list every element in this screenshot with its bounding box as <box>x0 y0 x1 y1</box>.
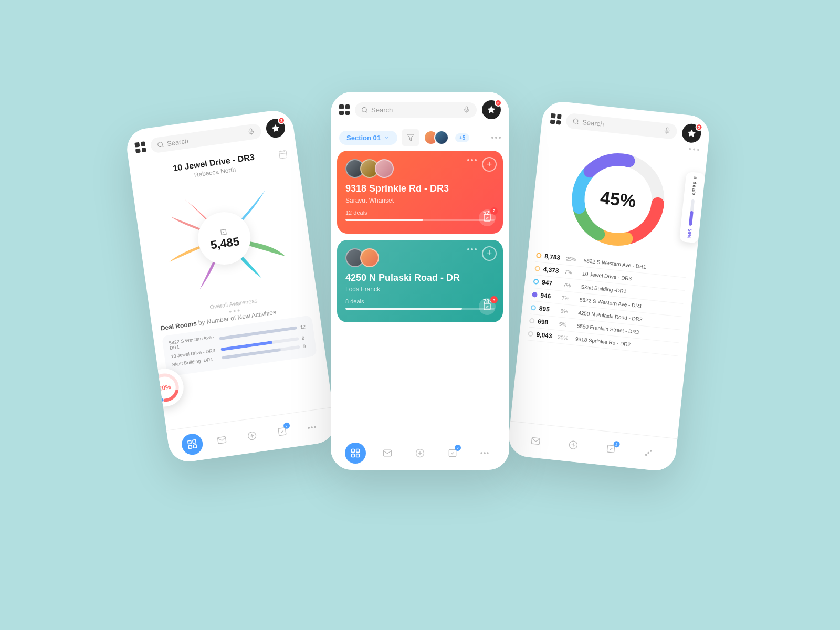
svg-rect-28 <box>351 449 354 453</box>
grid-icon[interactable] <box>134 141 146 153</box>
svg-rect-29 <box>356 449 359 453</box>
notification-dot-right: 2 <box>695 123 703 131</box>
grid-icon-right[interactable] <box>550 113 562 125</box>
svg-rect-31 <box>356 454 359 457</box>
card-progress-row-1: 12 deals 52% <box>345 209 495 216</box>
section-pill-text: Section 01 <box>346 134 381 142</box>
svg-rect-7 <box>188 440 192 444</box>
donut-chart-right: 45% 5 deals 56% <box>550 141 687 258</box>
nav-dots-left[interactable] <box>300 416 324 439</box>
data-dot-4 <box>532 292 538 298</box>
card-task-badge-2[interactable]: 5 <box>479 298 496 315</box>
card-subtitle-1: Saravut Whanset <box>345 197 495 204</box>
card-progress-track-1 <box>345 219 495 221</box>
svg-marker-25 <box>407 134 414 141</box>
avatar-right[interactable]: 2 <box>681 123 702 144</box>
progress-fill-right <box>689 211 694 225</box>
card-dots-2[interactable] <box>467 248 477 250</box>
search-text-center: Search <box>371 106 460 114</box>
svg-line-6 <box>279 153 286 154</box>
nav-task-center[interactable]: 2 <box>442 443 463 464</box>
progress-pct-right: 56% <box>686 228 692 238</box>
svg-point-56 <box>650 450 652 452</box>
data-dot-6 <box>529 318 535 324</box>
task-num-2: 5 <box>490 296 498 303</box>
card-avatar-1c <box>375 159 394 178</box>
card-deals-1: 12 deals <box>345 209 368 216</box>
card-title-1: 9318 Sprinkle Rd - DR3 <box>345 183 495 195</box>
card-progress-fill-2 <box>345 308 462 310</box>
nav-message-right[interactable] <box>524 429 547 453</box>
avatars-group <box>424 130 449 145</box>
search-bar-right[interactable]: Search <box>565 112 678 139</box>
card-task-badge-1[interactable]: 2 <box>479 209 496 226</box>
card-plus-2[interactable]: + <box>482 246 497 261</box>
bottom-nav-center: 2 <box>331 436 509 470</box>
svg-point-37 <box>481 453 482 454</box>
svg-rect-23 <box>466 107 468 110</box>
card-dots-1[interactable] <box>467 159 477 161</box>
section-pill[interactable]: Section 01 <box>339 131 397 145</box>
svg-line-52 <box>572 445 575 445</box>
search-icon-center <box>361 107 368 113</box>
svg-point-0 <box>158 142 163 147</box>
card-progress-track-2 <box>345 308 495 310</box>
data-dot-5 <box>530 305 536 311</box>
scene: Search 2 10 Jewel Drive - DR3 Rebecca No… <box>131 66 709 564</box>
nav-chart-center[interactable] <box>345 443 366 464</box>
five-deals-badge: 5 deals 56% <box>679 171 706 243</box>
svg-point-55 <box>648 452 649 454</box>
mic-icon-center <box>463 106 470 113</box>
flower-chart: ⊡ 5,485 <box>149 172 300 305</box>
svg-rect-3 <box>279 151 287 159</box>
grid-icon-center[interactable] <box>339 104 350 115</box>
data-dot-3 <box>533 279 539 285</box>
bottom-nav-left: 2 <box>166 407 338 464</box>
nav-dots-center[interactable] <box>474 443 495 464</box>
filter-btn[interactable] <box>402 129 419 146</box>
mini-avatar-2 <box>434 130 449 145</box>
svg-rect-1 <box>250 129 252 132</box>
phone-center: Search 2 Section 01 +5 <box>331 92 509 470</box>
phone-right: Search 2 <box>507 100 711 472</box>
search-bar-center[interactable]: Search <box>355 102 477 118</box>
deal-card-2[interactable]: + 4250 N Pulaski Road - DR Lods Franck 8… <box>337 240 503 323</box>
search-text-left: Search <box>166 129 245 148</box>
deal-card-1[interactable]: + 9318 Sprinkle Rd - DR3 Saravut Whanset… <box>337 151 503 234</box>
calendar-icon[interactable] <box>278 149 289 162</box>
avatar-center[interactable]: 2 <box>482 100 501 119</box>
bottom-nav-right: 2 <box>507 421 677 472</box>
svg-point-17 <box>311 427 313 428</box>
svg-rect-8 <box>193 440 196 444</box>
search-icon <box>156 141 164 149</box>
notification-dot-center: 2 <box>495 99 502 107</box>
data-dot-2 <box>534 266 540 271</box>
task-badge-right: 2 <box>613 441 620 448</box>
flower-center-icon: ⊡ <box>219 226 228 237</box>
svg-point-22 <box>362 107 367 112</box>
nav-task-right[interactable]: 2 <box>600 437 623 460</box>
nav-message-center[interactable] <box>377 443 398 464</box>
card-progress-row-2: 8 deals 78% <box>345 298 495 304</box>
center-header: Search 2 <box>331 92 509 124</box>
nav-plus-center[interactable] <box>410 443 430 464</box>
svg-point-38 <box>484 453 486 454</box>
nav-plus-right[interactable] <box>562 434 585 457</box>
mic-icon-right <box>663 127 671 134</box>
nav-message-left[interactable] <box>210 428 234 452</box>
nav-plus-left[interactable] <box>240 424 264 448</box>
card-plus-1[interactable]: + <box>482 157 497 172</box>
card-deals-2: 8 deals <box>345 298 364 304</box>
dots-menu-center[interactable] <box>491 136 501 139</box>
svg-rect-10 <box>193 445 197 448</box>
svg-rect-41 <box>666 128 668 131</box>
more-badge: +5 <box>455 133 469 142</box>
nav-chart-left[interactable] <box>180 433 204 456</box>
nav-dots-right[interactable] <box>637 442 660 465</box>
card-title-2: 4250 N Pulaski Road - DR <box>345 272 495 284</box>
avatar-left[interactable]: 2 <box>265 118 287 139</box>
nav-task-left[interactable]: 2 <box>270 420 294 444</box>
card-avatars-1 <box>345 159 495 178</box>
five-deals-label: 5 deals <box>691 176 698 196</box>
svg-point-54 <box>645 454 647 456</box>
